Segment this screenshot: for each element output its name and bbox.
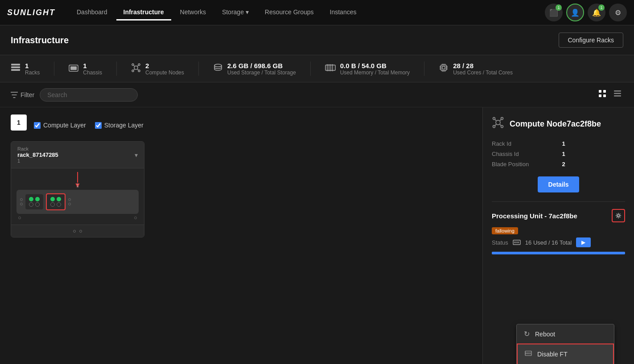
search-input[interactable] <box>40 88 138 102</box>
settings-button[interactable]: ⚙ <box>609 4 627 21</box>
reboot-label: Reboot <box>535 331 555 338</box>
nav-item-infrastructure[interactable]: Infrastructure <box>116 5 171 20</box>
processing-unit: Processing Unit - 7ac2f8be fallowing Sta… <box>492 201 625 254</box>
page-number[interactable]: 1 <box>11 115 27 131</box>
compute-nodes-value: 2 <box>145 62 184 70</box>
stat-divider-1 <box>54 61 54 76</box>
storage-layer-filter[interactable]: Storage Layer <box>95 122 144 129</box>
node-title: Compute Node7ac2f8be <box>510 119 601 129</box>
toolbar-left: Filter <box>11 88 138 102</box>
rack-id-value: 1 <box>562 140 626 147</box>
page-title: Infrastructure <box>11 35 69 45</box>
nav-item-networks[interactable]: Networks <box>173 5 213 20</box>
svg-point-53 <box>501 126 503 128</box>
dropdown-menu: ↻ Reboot Disable FT <box>516 324 614 364</box>
svg-line-10 <box>134 65 135 66</box>
led-green-4 <box>57 197 61 201</box>
node-props: Rack Id 1 Chassis Id 1 Blade Position 2 <box>492 140 625 168</box>
nav-item-instances[interactable]: Instances <box>323 5 364 20</box>
memory-label: Used Memory / Total Memory <box>340 70 410 76</box>
grid-view-button[interactable] <box>597 88 608 102</box>
led-green-2 <box>35 197 40 201</box>
blades-row <box>20 193 135 210</box>
compute-layer-filter[interactable]: Compute Layer <box>34 122 86 129</box>
user-button[interactable]: 👤 <box>566 4 584 21</box>
cores-action-button[interactable]: ▶ <box>576 237 591 247</box>
right-dots <box>68 198 71 205</box>
left-dots <box>20 198 23 205</box>
rack-dot-2 <box>79 230 82 233</box>
bell-badge: 1 <box>598 4 605 11</box>
led-green-3 <box>50 197 55 201</box>
stat-divider-2 <box>116 61 117 76</box>
compute-layer-label: Compute Layer <box>43 122 86 129</box>
svg-point-50 <box>493 118 495 120</box>
stat-cores-text: 28 / 28 Used Cores / Total Cores <box>453 62 513 76</box>
compute-layer-checkbox[interactable] <box>34 122 41 129</box>
configure-racks-button[interactable]: Configure Racks <box>559 33 624 48</box>
stat-chassis: 1 Chassis <box>69 62 102 76</box>
svg-point-52 <box>493 126 495 128</box>
chassis-value: 1 <box>83 62 102 70</box>
rack-dropdown-icon[interactable]: ▾ <box>135 151 138 159</box>
storage-label: Used Storage / Total Storage <box>227 70 296 76</box>
logo: SUNLIGHT <box>7 8 55 17</box>
blade-leds-1b <box>29 202 40 207</box>
details-btn-container: Details <box>492 176 625 192</box>
monitor-button[interactable]: ⬛ 1 <box>545 4 563 21</box>
rack-label: Rack <box>17 146 58 151</box>
blade-cell-1[interactable] <box>25 194 43 209</box>
led-green-1 <box>29 197 33 201</box>
bar-fill <box>492 252 625 254</box>
storage-layer-checkbox[interactable] <box>95 122 102 129</box>
corner-dot-tl <box>18 217 21 219</box>
blade-leds-2b <box>50 202 61 207</box>
nav-item-resource-groups[interactable]: Resource Groups <box>258 5 321 20</box>
svg-point-9 <box>138 70 140 72</box>
rack-num: 1 <box>17 158 58 164</box>
cores-icon <box>439 63 449 75</box>
stat-storage-text: 2.6 GB / 698.6 GB Used Storage / Total S… <box>227 62 296 76</box>
racks-icon <box>11 63 21 75</box>
storage-layer-label: Storage Layer <box>104 122 144 129</box>
footer-dots <box>73 230 82 233</box>
svg-line-11 <box>137 65 138 66</box>
pu-gear-button[interactable] <box>612 209 625 222</box>
svg-rect-0 <box>11 64 20 65</box>
rack-footer-dots <box>16 214 139 219</box>
stats-bar: 1 Racks 1 Chassis 2 Compute Nodes 2.6 GB… <box>0 55 634 82</box>
svg-point-58 <box>618 215 620 217</box>
nav-item-storage[interactable]: Storage ▾ <box>215 5 256 20</box>
bell-button[interactable]: 🔔 1 <box>588 4 605 21</box>
list-view-button[interactable] <box>612 88 623 102</box>
details-button[interactable]: Details <box>538 176 580 192</box>
status-label: Status <box>492 239 508 246</box>
led-circle-4 <box>57 202 61 207</box>
chassis-label: 1 <box>76 183 79 188</box>
svg-rect-42 <box>599 90 601 93</box>
disable-ft-icon <box>525 350 532 359</box>
svg-point-6 <box>132 64 134 65</box>
dropdown-item-reboot[interactable]: ↻ Reboot <box>517 324 614 344</box>
disable-ft-label: Disable FT <box>537 351 568 358</box>
pagination: 1 <box>11 115 27 131</box>
memory-icon <box>325 64 336 74</box>
blade-position-value: 2 <box>562 161 626 168</box>
fallowing-badge-container: fallowing <box>492 227 625 234</box>
svg-rect-46 <box>614 90 621 92</box>
svg-line-56 <box>495 124 496 126</box>
svg-point-8 <box>132 70 134 72</box>
rack-name: rack_87147285 <box>17 151 58 158</box>
racks-label: Racks <box>25 70 40 76</box>
stat-memory-text: 0.0 B / 54.0 GB Used Memory / Total Memo… <box>340 62 410 76</box>
nav-item-dashboard[interactable]: Dashboard <box>70 5 115 20</box>
dropdown-item-disable-ft[interactable]: Disable FT <box>517 344 614 364</box>
svg-rect-43 <box>603 90 606 93</box>
fallowing-badge: fallowing <box>492 227 518 234</box>
rack-dot-1 <box>73 230 76 233</box>
blade-cell-2[interactable] <box>46 193 66 210</box>
bar-track <box>492 252 625 254</box>
page-header: Infrastructure Configure Racks <box>0 25 634 55</box>
chassis-label: Chassis <box>83 70 102 76</box>
filter-button[interactable]: Filter <box>11 91 34 98</box>
